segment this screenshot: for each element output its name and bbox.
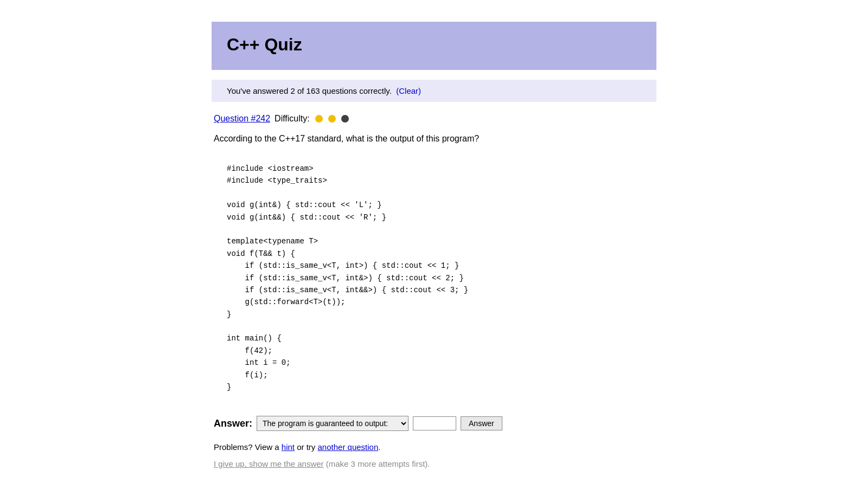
difficulty-dot-2 <box>328 115 336 123</box>
difficulty-dot-1 <box>315 115 323 123</box>
page-container: C++ Quiz You've answered 2 of 163 questi… <box>212 22 656 468</box>
problems-prefix: Problems? View a <box>214 442 282 452</box>
give-up-suffix: (make 3 more attempts first). <box>324 459 430 468</box>
answer-button[interactable]: Answer <box>461 416 502 430</box>
difficulty-label: Difficulty: <box>275 114 310 124</box>
answer-select[interactable]: The program is guaranteed to output: The… <box>257 416 409 431</box>
hint-link[interactable]: hint <box>282 442 295 452</box>
answer-label: Answer: <box>214 418 252 429</box>
problems-middle: or try <box>295 442 318 452</box>
question-prompt: According to the C++17 standard, what is… <box>212 132 656 145</box>
code-block: #include <iostream> #include <type_trait… <box>212 156 656 404</box>
question-link[interactable]: Question #242 <box>214 114 270 124</box>
question-meta: Question #242 Difficulty: <box>212 114 656 124</box>
give-up-row: I give up, show me the answer (make 3 mo… <box>212 459 656 468</box>
problems-row: Problems? View a hint or try another que… <box>212 441 656 454</box>
answer-input[interactable] <box>413 416 456 430</box>
give-up-link[interactable]: I give up, show me the answer <box>214 459 324 468</box>
header-box: C++ Quiz <box>212 22 656 70</box>
code-content: #include <iostream> #include <type_trait… <box>227 164 468 391</box>
stats-bar: You've answered 2 of 163 questions corre… <box>212 80 656 102</box>
page-title: C++ Quiz <box>227 35 641 55</box>
clear-link[interactable]: (Clear) <box>396 86 421 95</box>
answer-row: Answer: The program is guaranteed to out… <box>212 416 656 431</box>
another-question-link[interactable]: another question <box>318 442 379 452</box>
difficulty-dot-3 <box>341 115 349 123</box>
stats-text: You've answered 2 of 163 questions corre… <box>227 86 392 95</box>
problems-suffix: . <box>378 442 380 452</box>
